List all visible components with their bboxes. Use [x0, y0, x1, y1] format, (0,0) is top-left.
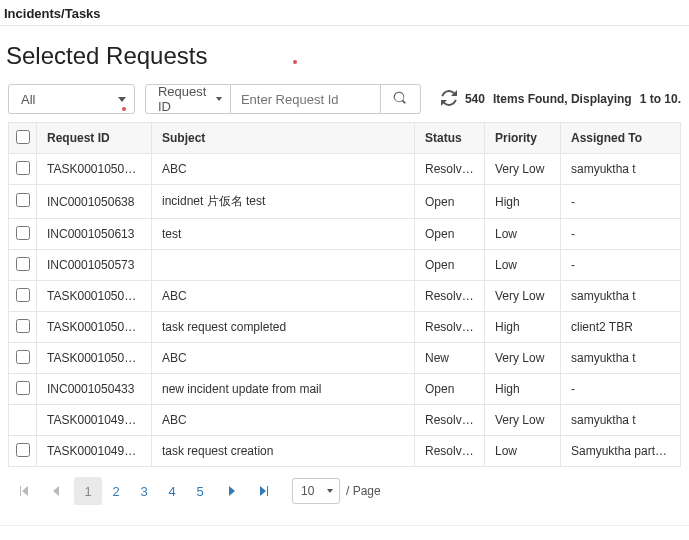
row-checkbox-cell: [9, 219, 37, 250]
search-button[interactable]: [381, 84, 421, 114]
select-all-checkbox[interactable]: [16, 130, 30, 144]
cell-subject: incidnet 片仮名 test: [152, 185, 415, 219]
table-header-row: Request ID Subject Status Priority Assig…: [9, 123, 681, 154]
cell-priority: Low: [485, 219, 561, 250]
marker-dot: [122, 107, 126, 111]
cell-request-id: TASK0001050523: [37, 281, 152, 312]
cell-request-id: INC0001050573: [37, 250, 152, 281]
cell-assigned-to: -: [561, 219, 681, 250]
cell-subject: ABC: [152, 154, 415, 185]
cell-status: Open: [415, 219, 485, 250]
cell-assigned-to: -: [561, 374, 681, 405]
results-count: 540: [465, 92, 485, 106]
search-input[interactable]: [231, 84, 381, 114]
cell-status: Resolved: [415, 312, 485, 343]
table-row[interactable]: TASK0001049293ABCResolvedVery Lowsamyukt…: [9, 405, 681, 436]
row-checkbox[interactable]: [16, 288, 30, 302]
cell-request-id: TASK0001050488: [37, 312, 152, 343]
cell-assigned-to: Samyuktha partner: [561, 436, 681, 467]
table-row[interactable]: TASK0001049283task request creationResol…: [9, 436, 681, 467]
row-checkbox[interactable]: [16, 257, 30, 271]
row-checkbox-cell: [9, 250, 37, 281]
row-checkbox-cell: [9, 185, 37, 219]
column-status[interactable]: Status: [415, 123, 485, 154]
cell-subject: ABC: [152, 405, 415, 436]
table-row[interactable]: TASK0001050488task request completedReso…: [9, 312, 681, 343]
page-prev-button[interactable]: [42, 477, 70, 505]
cell-subject: task request completed: [152, 312, 415, 343]
cell-request-id: TASK0001050438: [37, 343, 152, 374]
cell-priority: High: [485, 312, 561, 343]
search-field-label: Request ID: [158, 84, 212, 114]
search-icon: [393, 91, 407, 108]
row-checkbox-cell: [9, 154, 37, 185]
cell-subject: ABC: [152, 281, 415, 312]
filter-dropdown[interactable]: All: [8, 84, 135, 114]
table-row[interactable]: TASK0001050438ABCNewVery Lowsamyuktha t: [9, 343, 681, 374]
row-checkbox[interactable]: [16, 193, 30, 207]
table-row[interactable]: INC0001050638incidnet 片仮名 testOpenHigh-: [9, 185, 681, 219]
cell-request-id: TASK0001049293: [37, 405, 152, 436]
page-size-dropdown[interactable]: 10: [292, 478, 340, 504]
cell-subject: ABC: [152, 343, 415, 374]
page-first-button[interactable]: [10, 477, 38, 505]
cell-priority: Low: [485, 250, 561, 281]
caret-down-icon: [216, 97, 222, 101]
filter-bar: All Request ID 540 Items Found, Displayi…: [8, 84, 681, 114]
cell-status: Resolved: [415, 281, 485, 312]
cell-priority: Low: [485, 436, 561, 467]
cell-status: Open: [415, 250, 485, 281]
cell-status: Resolved: [415, 436, 485, 467]
table-row[interactable]: TASK0001050523ABCResolvedVery Lowsamyukt…: [9, 281, 681, 312]
marker-dot: [293, 60, 297, 64]
cell-subject: new incident update from mail: [152, 374, 415, 405]
refresh-icon[interactable]: [441, 90, 457, 109]
page-last-button[interactable]: [250, 477, 278, 505]
breadcrumb: Incidents/Tasks: [0, 0, 689, 25]
page-number-2[interactable]: 2: [102, 477, 130, 505]
page-number-1[interactable]: 1: [74, 477, 102, 505]
page-number-5[interactable]: 5: [186, 477, 214, 505]
cell-request-id: TASK0001050643: [37, 154, 152, 185]
row-checkbox[interactable]: [16, 350, 30, 364]
row-checkbox-cell: [9, 436, 37, 467]
row-checkbox[interactable]: [16, 161, 30, 175]
page-number-4[interactable]: 4: [158, 477, 186, 505]
page-number-3[interactable]: 3: [130, 477, 158, 505]
column-subject[interactable]: Subject: [152, 123, 415, 154]
cell-priority: Very Low: [485, 343, 561, 374]
page-title: Selected Requests: [0, 40, 689, 84]
page-size-value: 10: [301, 484, 314, 498]
row-checkbox-cell: [9, 374, 37, 405]
cell-priority: Very Low: [485, 405, 561, 436]
pagination: 12345 10 / Page: [8, 467, 681, 515]
cell-priority: Very Low: [485, 281, 561, 312]
search-field-dropdown[interactable]: Request ID: [145, 84, 231, 114]
column-priority[interactable]: Priority: [485, 123, 561, 154]
select-all-cell: [9, 123, 37, 154]
page-size: 10 / Page: [292, 478, 381, 504]
cell-assigned-to: client2 TBR: [561, 312, 681, 343]
cell-assigned-to: -: [561, 185, 681, 219]
cell-request-id: INC0001050433: [37, 374, 152, 405]
column-assigned-to[interactable]: Assigned To: [561, 123, 681, 154]
table-row[interactable]: TASK0001050643ABCResolvedVery Lowsamyukt…: [9, 154, 681, 185]
row-checkbox[interactable]: [16, 381, 30, 395]
row-checkbox-cell: [9, 312, 37, 343]
column-request-id[interactable]: Request ID: [37, 123, 152, 154]
cell-status: Open: [415, 185, 485, 219]
cell-priority: High: [485, 185, 561, 219]
row-checkbox[interactable]: [16, 443, 30, 457]
cell-status: Open: [415, 374, 485, 405]
cell-subject: task request creation: [152, 436, 415, 467]
row-checkbox[interactable]: [16, 226, 30, 240]
page-next-button[interactable]: [218, 477, 246, 505]
row-checkbox[interactable]: [16, 319, 30, 333]
cell-assigned-to: samyuktha t: [561, 405, 681, 436]
table-row[interactable]: INC0001050573OpenLow-: [9, 250, 681, 281]
chevron-down-icon: [118, 97, 126, 102]
table-row[interactable]: INC0001050433new incident update from ma…: [9, 374, 681, 405]
chevron-down-icon: [327, 489, 333, 493]
cell-request-id: TASK0001049283: [37, 436, 152, 467]
table-row[interactable]: INC0001050613testOpenLow-: [9, 219, 681, 250]
